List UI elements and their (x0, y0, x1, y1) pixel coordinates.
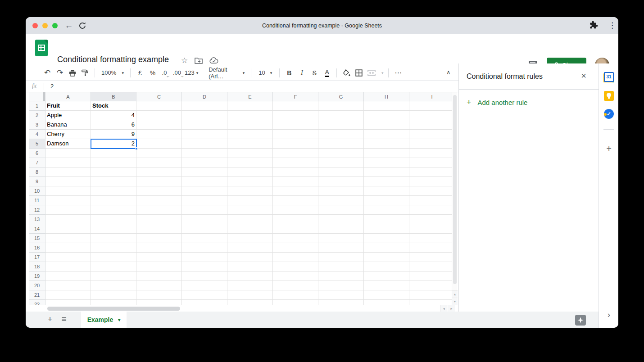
row-header-8[interactable]: 8 (29, 167, 45, 177)
borders-icon[interactable] (353, 68, 365, 78)
cell-A13[interactable] (45, 215, 91, 224)
cell-E19[interactable] (227, 272, 273, 281)
paint-format-icon[interactable] (79, 68, 91, 78)
redo-icon[interactable]: ↷ (54, 68, 66, 78)
cell-G2[interactable] (318, 111, 364, 120)
cell-E10[interactable] (227, 186, 273, 196)
cell-I20[interactable] (409, 281, 455, 290)
extensions-puzzle-icon[interactable] (589, 20, 599, 31)
cell-I19[interactable] (409, 272, 455, 281)
column-header-D[interactable]: D (182, 92, 227, 101)
row-header-13[interactable]: 13 (29, 215, 45, 224)
cell-F13[interactable] (273, 215, 318, 224)
all-sheets-icon[interactable]: ≡ (59, 314, 69, 324)
cell-E12[interactable] (227, 205, 273, 215)
cell-A6[interactable] (45, 149, 91, 158)
cell-D17[interactable] (182, 253, 227, 262)
cell-D2[interactable] (182, 111, 227, 120)
cell-E7[interactable] (227, 158, 273, 167)
sheet-tab-example[interactable]: Example ▾ (81, 312, 127, 328)
cell-B4[interactable]: 9 (91, 130, 136, 139)
cell-E15[interactable] (227, 234, 273, 243)
cell-D19[interactable] (182, 272, 227, 281)
print-icon[interactable] (67, 68, 78, 78)
cell-E18[interactable] (227, 262, 273, 272)
cell-C4[interactable] (136, 130, 182, 139)
increase-decimal-button[interactable]: .00→ (172, 68, 184, 78)
decrease-decimal-button[interactable]: .0← (159, 68, 171, 78)
cell-C10[interactable] (136, 186, 182, 196)
cell-D6[interactable] (182, 149, 227, 158)
cell-I11[interactable] (409, 196, 455, 205)
row-header-21[interactable]: 21 (29, 290, 45, 300)
text-color-button[interactable]: A (321, 68, 333, 78)
cloud-saved-icon[interactable] (209, 57, 218, 64)
add-sheet-icon[interactable]: + (45, 314, 55, 324)
cell-C18[interactable] (136, 262, 182, 272)
fill-color-icon[interactable] (340, 68, 352, 78)
cell-B7[interactable] (91, 158, 136, 167)
cell-F6[interactable] (273, 149, 318, 158)
cell-I13[interactable] (409, 215, 455, 224)
cell-F20[interactable] (273, 281, 318, 290)
cell-E20[interactable] (227, 281, 273, 290)
horizontal-scrollbar[interactable]: ◂ ▸ (29, 305, 455, 312)
cell-F19[interactable] (273, 272, 318, 281)
cell-B19[interactable] (91, 272, 136, 281)
cell-F21[interactable] (273, 290, 318, 300)
cell-D16[interactable] (182, 243, 227, 253)
cell-E1[interactable] (227, 101, 273, 111)
hide-side-panel-icon[interactable]: › (599, 310, 618, 320)
strikethrough-button[interactable]: S (308, 68, 320, 78)
cell-G4[interactable] (318, 130, 364, 139)
cell-C12[interactable] (136, 205, 182, 215)
cell-A1[interactable]: Fruit (45, 101, 91, 111)
cell-E5[interactable] (227, 139, 273, 149)
cell-A14[interactable] (45, 224, 91, 234)
cell-D11[interactable] (182, 196, 227, 205)
row-header-1[interactable]: 1 (29, 101, 45, 111)
cell-I5[interactable] (409, 139, 455, 149)
font-family-select[interactable]: Default (Ari…▾ (206, 68, 247, 78)
column-header-A[interactable]: A (45, 92, 91, 101)
column-header-I[interactable]: I (409, 92, 455, 101)
hide-menus-icon[interactable]: ∧ (444, 67, 453, 77)
cell-A12[interactable] (45, 205, 91, 215)
cell-G8[interactable] (318, 167, 364, 177)
cell-C22[interactable] (136, 300, 182, 305)
cell-D3[interactable] (182, 120, 227, 130)
cell-D22[interactable] (182, 300, 227, 305)
cell-H2[interactable] (364, 111, 409, 120)
column-header-B[interactable]: B (91, 92, 136, 101)
sheet-tab-menu-icon[interactable]: ▾ (118, 317, 120, 322)
column-header-H[interactable]: H (364, 92, 409, 101)
cell-D20[interactable] (182, 281, 227, 290)
row-header-4[interactable]: 4 (29, 130, 45, 139)
cell-A15[interactable] (45, 234, 91, 243)
cell-C20[interactable] (136, 281, 182, 290)
more-formats-button[interactable]: 123▾ (185, 68, 198, 78)
close-icon[interactable]: × (578, 71, 590, 81)
cell-G10[interactable] (318, 186, 364, 196)
cell-F22[interactable] (273, 300, 318, 305)
cell-C2[interactable] (136, 111, 182, 120)
cell-I12[interactable] (409, 205, 455, 215)
cell-H6[interactable] (364, 149, 409, 158)
cell-C21[interactable] (136, 290, 182, 300)
cell-D10[interactable] (182, 186, 227, 196)
cell-D12[interactable] (182, 205, 227, 215)
cell-H3[interactable] (364, 120, 409, 130)
cell-F1[interactable] (273, 101, 318, 111)
cell-C19[interactable] (136, 272, 182, 281)
cell-D15[interactable] (182, 234, 227, 243)
cell-F8[interactable] (273, 167, 318, 177)
row-header-7[interactable]: 7 (29, 158, 45, 167)
undo-icon[interactable]: ↶ (41, 68, 53, 78)
row-header-18[interactable]: 18 (29, 262, 45, 272)
cell-I17[interactable] (409, 253, 455, 262)
cell-B12[interactable] (91, 205, 136, 215)
cell-A5[interactable]: Damson (45, 139, 91, 149)
cell-C9[interactable] (136, 177, 182, 186)
row-header-2[interactable]: 2 (29, 111, 45, 120)
cell-B18[interactable] (91, 262, 136, 272)
